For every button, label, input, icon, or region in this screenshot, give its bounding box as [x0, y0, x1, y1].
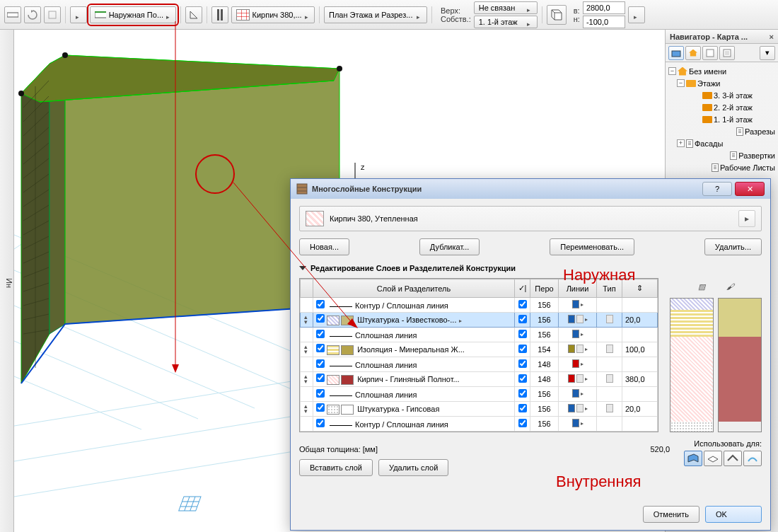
own-link-label: Собств.:: [441, 15, 471, 23]
layer-visible-checkbox[interactable]: [316, 300, 325, 308]
tool-btn-more[interactable]: [628, 6, 645, 23]
layer-row[interactable]: Сплошная линия156▸: [301, 328, 658, 342]
tree-floors[interactable]: −Этажи: [668, 77, 775, 89]
layer-row[interactable]: Сплошная линия156▸: [301, 387, 658, 402]
top-link-dropdown[interactable]: Не связан: [474, 1, 538, 14]
use-for-wall-icon[interactable]: [684, 451, 702, 466]
height-label: н:: [574, 15, 580, 23]
own-link-dropdown[interactable]: 1. 1-й этаж: [474, 16, 538, 28]
floorplan-display-dropdown[interactable]: План Этажа и Разрез...: [324, 6, 427, 23]
tool-btn-3[interactable]: [44, 6, 61, 23]
duplicate-button[interactable]: Дубликат...: [419, 238, 480, 255]
pen-toggle-checkbox[interactable]: [518, 374, 527, 383]
tree-elevations[interactable]: +Фасады: [668, 137, 775, 149]
width-label: в:: [574, 6, 580, 15]
layer-visible-checkbox[interactable]: [316, 419, 325, 427]
tree-floor-2[interactable]: 2. 2-й этаж: [668, 101, 775, 113]
pen-toggle-checkbox[interactable]: [518, 300, 527, 308]
elevation-icon-button[interactable]: [547, 5, 567, 25]
layer-row[interactable]: ▴▾ Изоляция - Минеральная Ж...154▸100,0: [301, 342, 658, 357]
svg-rect-53: [725, 51, 729, 55]
left-sidebar-collapsed[interactable]: Ин: [0, 30, 14, 532]
pen-toggle-checkbox[interactable]: [518, 330, 527, 338]
composite-dropdown[interactable]: Кирпич 380,...: [231, 6, 315, 23]
composite-name: Кирпич 380, Утепленная: [330, 214, 418, 223]
rename-button[interactable]: Переименовать...: [550, 238, 634, 255]
layer-row[interactable]: Контур / Сплошная линия156▸: [301, 417, 658, 432]
svg-rect-5: [221, 9, 223, 21]
tool-btn-profile[interactable]: [211, 6, 228, 23]
composite-name-row: Кирпич 380, Утепленная ▸: [299, 206, 762, 231]
pen-toggle-checkbox[interactable]: [518, 419, 527, 427]
svg-line-10: [14, 376, 141, 429]
remove-layer-button[interactable]: Удалить слой: [378, 459, 448, 476]
svg-point-24: [337, 66, 342, 71]
navigator-close-icon[interactable]: ×: [770, 33, 774, 41]
pen-toggle-checkbox[interactable]: [518, 404, 527, 412]
tree-floor-3[interactable]: 3. 3-й этаж: [668, 89, 775, 101]
pen-toggle-checkbox[interactable]: [518, 359, 527, 368]
svg-rect-0: [7, 13, 18, 17]
ok-button[interactable]: OK: [705, 506, 762, 523]
navigator-title: Навигатор - Карта ...: [670, 33, 748, 41]
width-input[interactable]: [583, 1, 625, 14]
svg-rect-50: [672, 51, 680, 57]
tool-btn-angle[interactable]: [185, 6, 202, 23]
cancel-button[interactable]: Отменить: [643, 506, 699, 523]
nav-tab-layout[interactable]: [702, 46, 718, 60]
svg-point-22: [18, 91, 24, 96]
nav-tab-publisher[interactable]: [719, 46, 735, 60]
layer-visible-checkbox[interactable]: [316, 389, 325, 398]
dialog-titlebar[interactable]: Многослойные Конструкции ? ✕: [291, 179, 770, 199]
geometry-method-dropdown[interactable]: Наружная По...: [90, 6, 176, 23]
th-pen-toggle: ✓|: [515, 279, 530, 298]
tree-interior[interactable]: Развертки: [668, 149, 775, 161]
tree-sections[interactable]: Разрезы: [668, 125, 775, 137]
use-for-roof-icon[interactable]: [724, 451, 742, 466]
use-for-slab-icon[interactable]: [704, 451, 722, 466]
tool-btn-1[interactable]: [4, 6, 21, 23]
delete-button[interactable]: Удалить...: [704, 238, 762, 255]
layer-section-title: Редактирование Слоев и Разделителей Конс…: [310, 264, 516, 272]
tree-floor-1[interactable]: 1. 1-й этаж: [668, 113, 775, 125]
nav-tab-options[interactable]: ▾: [760, 46, 775, 60]
pen-toggle-checkbox[interactable]: [518, 345, 527, 353]
layer-visible-checkbox[interactable]: [316, 330, 325, 338]
hatch-mode-icon[interactable]: ▨: [698, 282, 705, 291]
pen-toggle-checkbox[interactable]: [518, 315, 527, 323]
height-input[interactable]: [583, 16, 625, 28]
new-button[interactable]: Новая...: [299, 238, 349, 255]
top-toolbar: Наружная По... Кирпич 380,... План Этажа…: [0, 0, 778, 30]
layer-row[interactable]: ▴▾ Штукатурка - Известково-... ▸156▸20,0: [301, 313, 658, 328]
surface-mode-icon[interactable]: 🖌: [726, 282, 734, 291]
layer-row[interactable]: ▴▾ Штукатурка - Гипсовая156▸20,0: [301, 402, 658, 417]
layer-row[interactable]: Контур / Сплошная линия156▸: [301, 298, 658, 313]
dialog-help-button[interactable]: ?: [702, 182, 732, 196]
collapse-triangle-icon: [299, 266, 306, 270]
composite-picker-arrow[interactable]: ▸: [738, 210, 755, 227]
layer-visible-checkbox[interactable]: [316, 359, 325, 368]
tool-btn-dropdown-arrow[interactable]: [70, 6, 87, 23]
layer-visible-checkbox[interactable]: [316, 403, 325, 412]
link-labels: Верх: Собств.:: [441, 6, 471, 23]
dialog-close-button[interactable]: ✕: [735, 182, 765, 196]
pen-toggle-checkbox[interactable]: [518, 389, 527, 398]
use-for-shell-icon[interactable]: [743, 451, 762, 466]
tree-root[interactable]: −Без имени: [668, 65, 775, 77]
svg-rect-45: [179, 497, 201, 511]
insert-layer-button[interactable]: Вставить слой: [299, 459, 373, 476]
layer-section-header[interactable]: Редактирование Слоев и Разделителей Конс…: [299, 264, 762, 272]
layer-visible-checkbox[interactable]: [316, 344, 325, 352]
nav-tab-project[interactable]: [668, 46, 684, 60]
use-for-label: Использовать для:: [694, 439, 762, 448]
layer-visible-checkbox[interactable]: [316, 314, 325, 323]
navigator-tree: −Без имени −Этажи 3. 3-й этаж 2. 2-й эта…: [666, 62, 778, 176]
tree-worksheets[interactable]: Рабочие Листы: [668, 161, 775, 173]
layer-row[interactable]: ▴▾ Кирпич - Глиняный Полнот...148▸380,0: [301, 372, 658, 387]
annotation-outer: Наружная: [563, 266, 635, 284]
layer-visible-checkbox[interactable]: [316, 374, 325, 382]
layer-row[interactable]: Сплошная линия148▸: [301, 357, 658, 372]
nav-tab-view[interactable]: [685, 46, 701, 60]
tool-btn-rotate[interactable]: [24, 6, 41, 23]
navigator-header: Навигатор - Карта ... ×: [666, 30, 778, 44]
